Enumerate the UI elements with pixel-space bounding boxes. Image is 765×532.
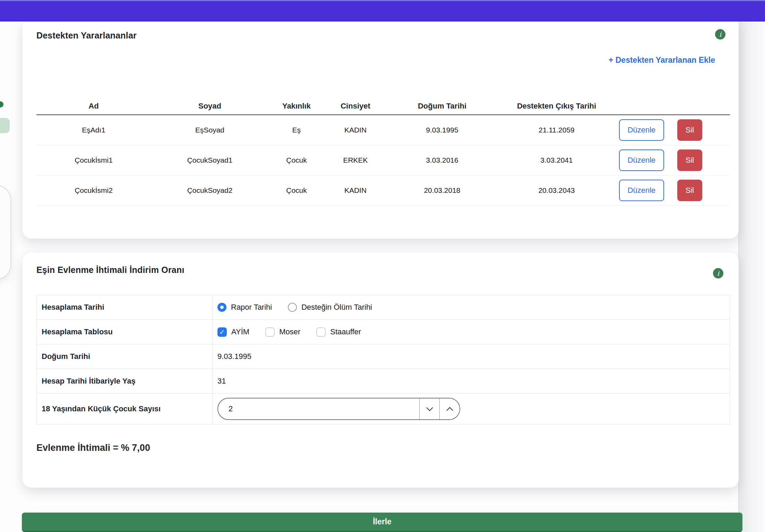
cell-ad: Çocukİsmi2 (36, 186, 151, 195)
birth-date-value: 9.03.1995 (213, 344, 730, 369)
edit-button[interactable]: Düzenle (619, 119, 664, 141)
radio-label[interactable]: Desteğin Ölüm Tarihi (301, 303, 372, 312)
checkbox-ayim[interactable]: ✓ AYİM (217, 327, 249, 337)
radio-selected-icon[interactable] (217, 303, 226, 312)
column-header-soyad: Soyad (151, 102, 269, 111)
edit-button[interactable]: Düzenle (619, 180, 664, 201)
checkbox-checked-icon[interactable]: ✓ (217, 327, 227, 337)
stepper-increment-button[interactable] (440, 398, 459, 419)
table-header-row: Ad Soyad Yakınlık Cinsiyet Doğum Tarihi … (36, 98, 730, 115)
checkbox-unchecked-icon[interactable] (265, 327, 275, 337)
column-header-yakinlik: Yakınlık (269, 102, 324, 111)
info-icon-glyph: i (717, 269, 719, 277)
stepper-decrement-button[interactable] (420, 398, 439, 419)
cell-yakinlik: Eş (269, 126, 324, 134)
children-count-value[interactable]: 2 (218, 398, 419, 419)
cell-cikis: 20.03.2043 (498, 186, 616, 195)
cell-dogum: 20.03.2018 (387, 186, 498, 195)
calc-table-label: Hesaplama Tablosu (37, 320, 213, 344)
cell-cinsiyet: KADIN (324, 126, 387, 134)
cell-soyad: ÇocukSoyad2 (151, 186, 269, 195)
sidebar-tab-partial[interactable] (0, 118, 10, 133)
info-icon[interactable]: i (715, 29, 725, 40)
calc-date-label: Hesaplama Tarihi (37, 295, 213, 319)
cell-cinsiyet: ERKEK (324, 156, 387, 164)
chevron-up-icon (446, 406, 454, 412)
cell-ad: EşAdı1 (36, 126, 151, 134)
page-background-strip (738, 22, 765, 532)
table-row: Çocukİsmi2 ÇocukSoyad2 Çocuk KADIN 20.03… (36, 175, 730, 206)
cell-dogum: 9.03.1995 (387, 126, 498, 134)
cell-soyad: ÇocukSoyad1 (151, 156, 269, 164)
cell-dogum: 3.03.2016 (387, 156, 498, 164)
cell-ad: Çocukİsmi1 (36, 156, 151, 164)
checkbox-label[interactable]: Staauffer (330, 327, 361, 336)
beneficiaries-table: Ad Soyad Yakınlık Cinsiyet Doğum Tarihi … (36, 98, 730, 206)
cell-yakinlik: Çocuk (269, 186, 324, 195)
birth-date-label: Doğum Tarihi (37, 344, 213, 369)
table-row: EşAdı1 EşSoyad Eş KADIN 9.03.1995 21.11.… (36, 115, 730, 145)
top-navbar (0, 0, 765, 22)
marriage-probability-result: Evlenme İhtimali = % 7,00 (36, 443, 150, 453)
radio-label[interactable]: Rapor Tarihi (231, 303, 272, 312)
add-beneficiary-link[interactable]: + Destekten Yararlanan Ekle (609, 55, 715, 65)
checkbox-moser[interactable]: Moser (265, 327, 300, 337)
check-icon: ✓ (220, 328, 225, 336)
marriage-card-title: Eşin Evlenme İhtimali İndirim Oranı (36, 265, 184, 275)
delete-button[interactable]: Sil (677, 119, 702, 141)
checkbox-unchecked-icon[interactable] (316, 327, 326, 337)
column-header-dogum-tarihi: Doğum Tarihi (387, 102, 498, 111)
cell-yakinlik: Çocuk (269, 156, 324, 164)
sidebar-cutoff-zone (0, 22, 22, 532)
cell-cikis: 3.03.2041 (498, 156, 616, 164)
delete-button[interactable]: Sil (677, 180, 702, 201)
sidebar-card-partial[interactable] (0, 185, 11, 280)
continue-button[interactable]: İlerle (22, 513, 742, 532)
age-label: Hesap Tarihi İtibariyle Yaş (37, 369, 213, 393)
edit-button[interactable]: Düzenle (619, 149, 664, 171)
children-count-stepper[interactable]: 2 (217, 398, 460, 420)
info-icon[interactable]: i (713, 268, 723, 278)
column-header-cinsiyet: Cinsiyet (324, 102, 387, 111)
marriage-form-table: Hesaplama Tarihi Rapor Tarihi Desteğin Ö… (36, 295, 730, 424)
info-icon-glyph: i (719, 31, 721, 38)
age-value: 31 (213, 369, 730, 393)
chevron-down-icon (426, 406, 434, 412)
checkbox-staauffer[interactable]: Staauffer (316, 327, 361, 337)
form-row-calc-table: Hesaplama Tablosu ✓ AYİM Moser Staauffer (37, 320, 730, 344)
column-header-ad: Ad (36, 102, 151, 111)
form-row-children-count: 18 Yaşından Küçük Çocuk Sayısı 2 (37, 394, 730, 424)
marriage-discount-card: Eşin Evlenme İhtimali İndirim Oranı i He… (23, 252, 739, 488)
radio-unselected-icon[interactable] (288, 303, 297, 312)
form-row-birth-date: Doğum Tarihi 9.03.1995 (37, 344, 730, 369)
column-header-cikis-tarihi: Destekten Çıkış Tarihi (498, 102, 616, 111)
radio-destegin-olum-tarihi[interactable]: Desteğin Ölüm Tarihi (288, 303, 372, 312)
checkbox-label[interactable]: Moser (279, 327, 300, 336)
sidebar-status-dot (0, 101, 3, 108)
cell-soyad: EşSoyad (151, 126, 269, 134)
delete-button[interactable]: Sil (677, 149, 702, 171)
table-row: Çocukİsmi1 ÇocukSoyad1 Çocuk ERKEK 3.03.… (36, 145, 730, 175)
form-row-age: Hesap Tarihi İtibariyle Yaş 31 (37, 369, 730, 394)
cell-cikis: 21.11.2059 (498, 126, 616, 134)
beneficiaries-card: Destekten Yararlananlar i + Destekten Ya… (23, 22, 739, 239)
checkbox-label[interactable]: AYİM (231, 327, 249, 336)
beneficiaries-title: Destekten Yararlananlar (36, 31, 137, 41)
cell-cinsiyet: KADIN (324, 186, 387, 195)
radio-rapor-tarihi[interactable]: Rapor Tarihi (217, 303, 272, 312)
children-count-label: 18 Yaşından Küçük Çocuk Sayısı (37, 394, 213, 424)
form-row-calc-date: Hesaplama Tarihi Rapor Tarihi Desteğin Ö… (37, 295, 730, 320)
